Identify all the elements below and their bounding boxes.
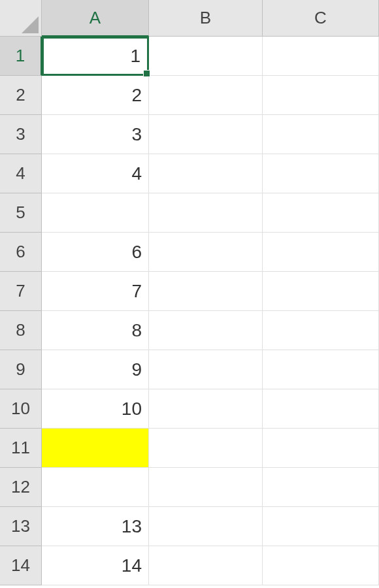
cell-B6[interactable] (149, 233, 263, 272)
select-all-corner[interactable] (0, 0, 42, 37)
row-header-11[interactable]: 11 (0, 429, 42, 468)
row: 44 (0, 154, 379, 193)
cell-C8[interactable] (263, 311, 379, 350)
row: 88 (0, 311, 379, 350)
row-header-4[interactable]: 4 (0, 154, 42, 193)
column-header-A[interactable]: A (42, 0, 149, 37)
cell-A2[interactable]: 2 (42, 76, 149, 115)
cell-A8[interactable]: 8 (42, 311, 149, 350)
cell-C2[interactable] (263, 76, 379, 115)
cell-A10[interactable]: 10 (42, 389, 149, 429)
column-header-B[interactable]: B (149, 0, 263, 37)
column-header-C[interactable]: C (263, 0, 379, 37)
cell-B9[interactable] (149, 350, 263, 389)
row-header-9[interactable]: 9 (0, 350, 42, 389)
cell-A3[interactable]: 3 (42, 115, 149, 154)
cell-C11[interactable] (263, 429, 379, 468)
cell-A14[interactable]: 14 (42, 546, 149, 585)
cell-C6[interactable] (263, 233, 379, 272)
row-header-3[interactable]: 3 (0, 115, 42, 154)
cell-B1[interactable] (149, 37, 263, 76)
row-header-2[interactable]: 2 (0, 76, 42, 115)
row-header-8[interactable]: 8 (0, 311, 42, 350)
cell-C10[interactable] (263, 389, 379, 429)
cell-A7[interactable]: 7 (42, 272, 149, 311)
row: 33 (0, 115, 379, 154)
cell-B5[interactable] (149, 193, 263, 233)
cell-A4[interactable]: 4 (42, 154, 149, 193)
row: 99 (0, 350, 379, 389)
cell-C3[interactable] (263, 115, 379, 154)
cell-B4[interactable] (149, 154, 263, 193)
cell-C4[interactable] (263, 154, 379, 193)
row-header-14[interactable]: 14 (0, 546, 42, 585)
cell-C13[interactable] (263, 507, 379, 546)
row: 1414 (0, 546, 379, 585)
cell-A5[interactable] (42, 193, 149, 233)
cell-B12[interactable] (149, 468, 263, 507)
cell-A6[interactable]: 6 (42, 233, 149, 272)
cell-C14[interactable] (263, 546, 379, 585)
row: 22 (0, 76, 379, 115)
cell-B14[interactable] (149, 546, 263, 585)
row-header-6[interactable]: 6 (0, 233, 42, 272)
cell-B11[interactable] (149, 429, 263, 468)
cell-A9[interactable]: 9 (42, 350, 149, 389)
row-header-1[interactable]: 1 (0, 37, 42, 76)
row: 5 (0, 193, 379, 233)
cell-B8[interactable] (149, 311, 263, 350)
row-header-7[interactable]: 7 (0, 272, 42, 311)
cell-C5[interactable] (263, 193, 379, 233)
row: 11 (0, 429, 379, 468)
row-header-13[interactable]: 13 (0, 507, 42, 546)
cell-B3[interactable] (149, 115, 263, 154)
spreadsheet-grid: ABC 112233445667788991010111213131414 (0, 0, 379, 585)
cell-A13[interactable]: 13 (42, 507, 149, 546)
row: 77 (0, 272, 379, 311)
cell-C1[interactable] (263, 37, 379, 76)
column-header-row: ABC (0, 0, 379, 37)
cell-A12[interactable] (42, 468, 149, 507)
row: 12 (0, 468, 379, 507)
cell-B13[interactable] (149, 507, 263, 546)
cell-C7[interactable] (263, 272, 379, 311)
cell-A11[interactable] (42, 429, 149, 468)
cell-C9[interactable] (263, 350, 379, 389)
cell-C12[interactable] (263, 468, 379, 507)
row: 1313 (0, 507, 379, 546)
row-header-5[interactable]: 5 (0, 193, 42, 233)
cell-B7[interactable] (149, 272, 263, 311)
row: 11 (0, 37, 379, 76)
row: 1010 (0, 389, 379, 429)
row-header-10[interactable]: 10 (0, 389, 42, 429)
row-header-12[interactable]: 12 (0, 468, 42, 507)
cell-B10[interactable] (149, 389, 263, 429)
row: 66 (0, 233, 379, 272)
cell-A1[interactable]: 1 (42, 37, 149, 76)
cell-B2[interactable] (149, 76, 263, 115)
